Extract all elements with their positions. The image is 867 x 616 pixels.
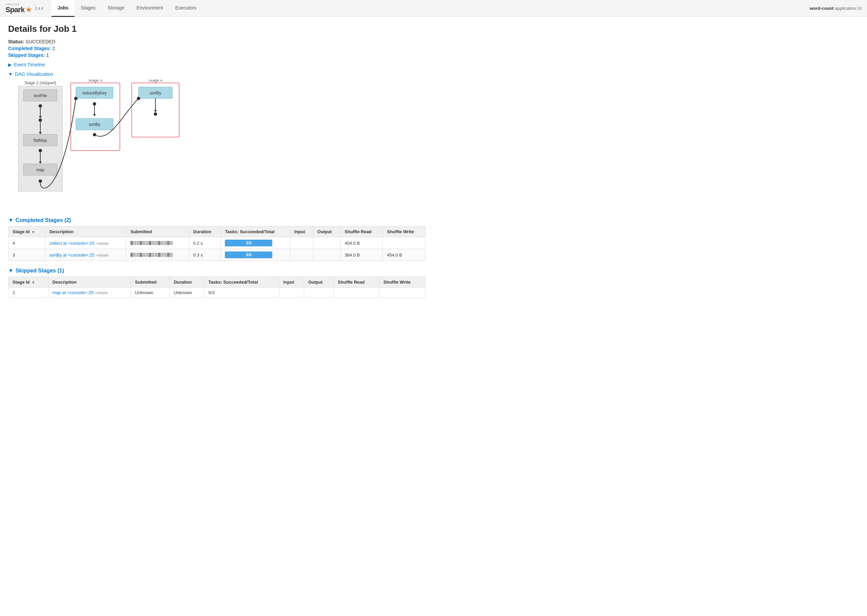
chevron-right-icon: ▶	[8, 62, 12, 68]
svg-text:Stage 4: Stage 4	[148, 80, 162, 83]
col-tasks[interactable]: Tasks: Succeeded/Total	[221, 226, 290, 237]
submitted-cell	[126, 249, 189, 261]
svg-text:sortBy: sortBy	[150, 91, 161, 96]
spark-logo: APACHE Spark ★ 2.4.4	[5, 3, 43, 14]
col-description[interactable]: Description	[45, 226, 126, 237]
page-title: Details for Job 1	[8, 24, 425, 34]
col-skipped-shuffle-write[interactable]: Shuffle Write	[379, 277, 425, 288]
details-link[interactable]: +details	[96, 253, 109, 257]
skipped-stages-header: ▼ Skipped Stages (1)	[8, 268, 425, 274]
completed-stages-line: Completed Stages: 2	[8, 46, 425, 51]
output-cell	[313, 237, 340, 249]
shuffle-read-cell: 454.0 B	[340, 237, 383, 249]
col-shuffle-read[interactable]: Shuffle Read	[340, 226, 383, 237]
skipped-stages-table: Stage Id ▼ Description Submitted Duratio…	[8, 277, 425, 298]
svg-point-17	[39, 179, 42, 183]
skipped-description-cell: map at <console>:25+details	[48, 288, 131, 298]
skipped-details-link[interactable]: +details	[95, 291, 108, 295]
navbar: APACHE Spark ★ 2.4.4 Jobs Stages Storage…	[0, 0, 867, 17]
col-skipped-tasks[interactable]: Tasks: Succeeded/Total	[204, 277, 279, 288]
tasks-cell: 3/3	[221, 249, 290, 261]
brand: APACHE Spark ★ 2.4.4	[5, 3, 43, 14]
svg-point-12	[39, 149, 42, 152]
shuffle-write-cell	[383, 237, 425, 249]
svg-point-4	[39, 104, 42, 108]
duration-cell: 0.3 s	[189, 249, 221, 261]
input-cell	[290, 249, 313, 261]
spark-flame-icon: ★	[25, 6, 32, 14]
col-input[interactable]: Input	[290, 226, 313, 237]
shuffle-read-cell: 384.0 B	[340, 249, 383, 261]
col-skipped-stage-id[interactable]: Stage Id ▼	[8, 277, 49, 288]
svg-text:map: map	[36, 168, 44, 172]
spark-text: Spark	[5, 6, 24, 14]
col-skipped-submitted[interactable]: Submitted	[131, 277, 169, 288]
col-shuffle-write[interactable]: Shuffle Write	[383, 226, 425, 237]
details-link[interactable]: +details	[96, 241, 109, 245]
skipped-shuffle-write-cell	[379, 288, 425, 298]
status-label: Status:	[8, 39, 24, 44]
completed-stages-section-label: Completed Stages (2)	[16, 217, 71, 223]
skipped-stages-value: 1	[46, 52, 49, 58]
col-duration[interactable]: Duration	[189, 226, 221, 237]
col-skipped-input[interactable]: Input	[279, 277, 304, 288]
skipped-stages-header-row: Stage Id ▼ Description Submitted Duratio…	[8, 277, 425, 288]
col-skipped-duration[interactable]: Duration	[169, 277, 204, 288]
submitted-cell	[126, 237, 189, 249]
tasks-cell: 3/3	[221, 237, 290, 249]
completed-stages-table: Stage Id ▼ Description Submitted Duratio…	[8, 226, 425, 261]
tab-environment[interactable]: Environment	[131, 0, 169, 17]
skipped-stages-section-label: Skipped Stages (1)	[16, 268, 64, 274]
svg-text:sortBy: sortBy	[89, 122, 100, 127]
shuffle-write-cell: 454.0 B	[383, 249, 425, 261]
svg-text:flatMap: flatMap	[33, 138, 47, 143]
skipped-stages-line: Skipped Stages: 1	[8, 52, 425, 58]
dag-toggle[interactable]: ▼ DAG Visualization	[8, 71, 425, 77]
skipped-submitted-cell: Unknown	[131, 288, 169, 298]
description-link[interactable]: collect at <console>:25	[49, 240, 94, 246]
skipped-input-cell	[279, 288, 304, 298]
completed-stages-label: Completed Stages:	[8, 46, 51, 51]
dag-svg: Stage 2 (skipped) textFile flatMap	[8, 80, 198, 208]
skipped-output-cell	[304, 288, 333, 298]
description-cell: collect at <console>:25+details	[45, 237, 126, 249]
col-skipped-shuffle-read[interactable]: Shuffle Read	[334, 277, 379, 288]
skipped-shuffle-read-cell	[334, 288, 379, 298]
skipped-tasks-cell: 0/3	[204, 288, 279, 298]
skipped-description-link[interactable]: map at <console>:25	[52, 290, 93, 295]
chevron-down-skipped-icon: ▼	[8, 268, 14, 274]
skipped-stages-label: Skipped Stages:	[8, 52, 45, 58]
description-cell: sortBy at <console>:25+details	[45, 249, 126, 261]
svg-point-7	[39, 118, 42, 122]
table-row: 4collect at <console>:25+details0.2 s3/3…	[8, 237, 425, 249]
event-timeline-toggle[interactable]: ▶ Event Timeline	[8, 62, 425, 68]
tab-stages[interactable]: Stages	[74, 0, 102, 17]
output-cell	[313, 249, 340, 261]
stage-id-cell: 3	[8, 249, 46, 261]
app-ui-label: application UI	[835, 6, 862, 11]
col-skipped-description[interactable]: Description	[48, 277, 131, 288]
tab-jobs[interactable]: Jobs	[52, 0, 75, 17]
table-row: 3sortBy at <console>:25+details0.3 s3/33…	[8, 249, 425, 261]
svg-text:Stage 2 (skipped): Stage 2 (skipped)	[24, 80, 56, 85]
skipped-stages-link[interactable]: Skipped Stages:	[8, 52, 46, 58]
tab-storage[interactable]: Storage	[102, 0, 131, 17]
col-output[interactable]: Output	[313, 226, 340, 237]
nav-tabs: Jobs Stages Storage Environment Executor…	[52, 0, 203, 17]
col-submitted[interactable]: Submitted	[126, 226, 189, 237]
skipped-stage-id-cell: 2	[8, 288, 49, 298]
dag-visualization: Stage 2 (skipped) textFile flatMap	[8, 80, 425, 209]
description-link[interactable]: sortBy at <console>:25	[49, 253, 94, 258]
spark-version: 2.4.4	[35, 6, 43, 11]
tab-executors[interactable]: Executors	[169, 0, 203, 17]
chevron-down-icon: ▼	[8, 71, 13, 77]
skipped-duration-cell: Unknown	[169, 288, 204, 298]
completed-stages-link[interactable]: Completed Stages:	[8, 46, 52, 51]
stage-id-cell: 4	[8, 237, 46, 249]
col-skipped-output[interactable]: Output	[304, 277, 333, 288]
completed-stages-value: 2	[52, 46, 55, 51]
completed-stages-body: 4collect at <console>:25+details0.2 s3/3…	[8, 237, 425, 261]
table-row: 2map at <console>:25+detailsUnknownUnkno…	[8, 288, 425, 298]
svg-text:Stage 3: Stage 3	[88, 80, 102, 83]
col-stage-id[interactable]: Stage Id ▼	[8, 226, 46, 237]
